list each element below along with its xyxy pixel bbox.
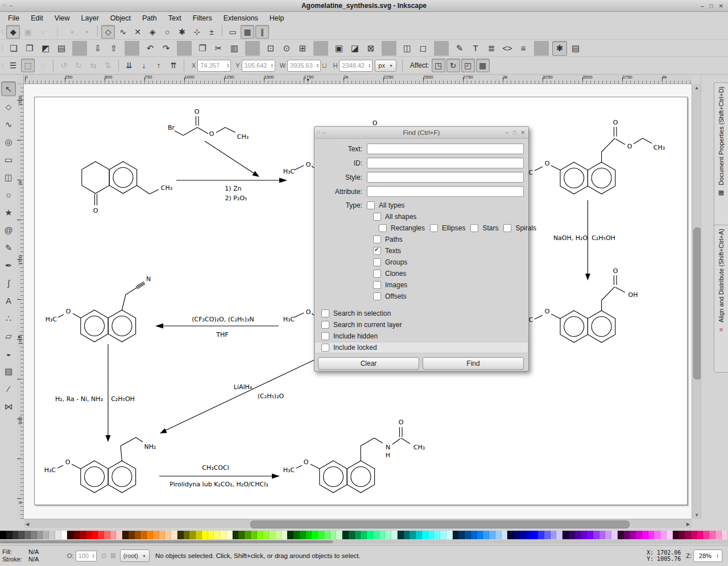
lower-to-bottom-button[interactable]: ⇊ — [122, 59, 136, 72]
horizontal-scrollbar[interactable]: ◀ ▶ — [24, 519, 692, 528]
palette-swatch[interactable] — [98, 531, 104, 539]
snap-bbox-corners-icon[interactable]: ┆ — [51, 25, 64, 39]
palette-swatch[interactable] — [233, 531, 239, 539]
snap-bbox-midpoints-icon[interactable]: ▪ — [65, 25, 79, 39]
option-texts[interactable]: Texts — [373, 245, 524, 257]
xml-editor-button[interactable]: <> — [500, 41, 515, 56]
checkbox[interactable] — [503, 224, 511, 232]
option-include-hidden[interactable]: Include hidden — [315, 330, 528, 342]
palette-swatch[interactable] — [477, 531, 483, 539]
palette-swatch[interactable] — [660, 531, 667, 539]
spin-arrows-icon[interactable]: ▲▼ — [91, 553, 96, 558]
checkbox[interactable] — [373, 247, 381, 255]
palette-swatch[interactable] — [544, 531, 551, 539]
palette-swatch[interactable] — [355, 531, 361, 539]
palette-swatch[interactable] — [556, 531, 562, 539]
palette-swatch[interactable] — [140, 531, 147, 539]
zoom-page-button[interactable]: ⊞ — [295, 41, 310, 56]
opacity-field[interactable]: 100▲▼ — [76, 551, 97, 561]
snap-bbox-edges-icon[interactable]: ▫ — [36, 25, 49, 39]
palette-swatch[interactable] — [489, 531, 495, 539]
preferences-button[interactable]: ✱ — [552, 41, 567, 56]
option-all-shapes[interactable]: All shapes — [318, 211, 524, 222]
palette-swatch[interactable] — [110, 531, 117, 539]
palette-swatch[interactable] — [440, 531, 446, 539]
option-paths[interactable]: Paths — [373, 234, 524, 245]
layers-dialog-button[interactable]: ≣ — [484, 41, 499, 56]
palette-swatch[interactable] — [312, 531, 318, 539]
snap-enable-icon[interactable]: ◆ — [6, 25, 20, 39]
find-input[interactable] — [367, 158, 524, 168]
palette-swatch[interactable] — [80, 531, 86, 539]
checkbox[interactable] — [430, 224, 438, 232]
menu-help[interactable]: Help — [264, 13, 290, 23]
clear-button[interactable]: Clear — [318, 357, 419, 370]
palette-swatch[interactable] — [6, 531, 13, 539]
new-document-button[interactable]: ❏ — [6, 41, 21, 56]
palette-swatch[interactable] — [116, 531, 122, 539]
palette-swatch[interactable] — [667, 531, 673, 539]
tool-tweak[interactable]: ∿ — [1, 117, 16, 131]
snap-intersections-icon[interactable]: ✕ — [131, 25, 144, 39]
tool-ellipse[interactable]: ○ — [1, 187, 16, 202]
snap-grid-icon[interactable]: ▦ — [241, 25, 254, 39]
spin-arrows-icon[interactable]: ▲▼ — [225, 63, 230, 68]
palette-swatch[interactable] — [73, 531, 80, 539]
palette-swatch[interactable] — [538, 531, 544, 539]
palette-swatch[interactable] — [605, 531, 611, 539]
option-images[interactable]: Images — [373, 279, 524, 291]
palette-swatch[interactable] — [330, 531, 337, 539]
palette-swatch[interactable] — [189, 531, 196, 539]
palette-swatch[interactable] — [514, 531, 520, 539]
option-search-in-current-layer[interactable]: Search in current layer — [315, 319, 528, 330]
palette-swatch[interactable] — [685, 531, 691, 539]
toolbar-grip[interactable]: ⁞ — [2, 45, 3, 52]
tab-document-properties[interactable]: Document Properties (Shift+Ctrl+D) ▦ — [714, 82, 728, 230]
horizontal-ruler[interactable]: 025050075010001250150017502k225025002750… — [24, 75, 692, 84]
palette-swatch[interactable] — [165, 531, 171, 539]
tool-connector[interactable]: ⋈ — [1, 399, 16, 414]
fill-stroke-indicator[interactable]: Fill:N/A Stroke:N/A — [2, 548, 51, 563]
undo-button[interactable]: ↶ — [143, 41, 158, 56]
palette-scroll-thumb[interactable] — [0, 540, 333, 543]
snap-smooth-nodes-icon[interactable]: ○ — [160, 25, 174, 39]
palette-swatch[interactable] — [324, 531, 330, 539]
palette-swatch[interactable] — [177, 531, 184, 539]
palette-swatch[interactable] — [709, 531, 715, 539]
palette-swatch[interactable] — [86, 531, 92, 539]
palette-swatch[interactable] — [202, 531, 208, 539]
tool-spray[interactable]: ∴ — [1, 311, 16, 325]
width-field[interactable]: 3935.63▲▼ — [287, 60, 321, 72]
rotate-ccw-button[interactable]: ↺ — [57, 59, 71, 72]
vertical-scrollbar[interactable]: ▲ ▼ — [692, 84, 701, 519]
palette-swatch[interactable] — [624, 531, 630, 539]
layer-visibility-icon[interactable]: ⊙ — [101, 552, 107, 560]
palette-swatch[interactable] — [171, 531, 177, 539]
redo-button[interactable]: ↷ — [159, 41, 173, 56]
flip-horizontal-button[interactable]: ⇆ — [86, 59, 100, 72]
rotate-cw-button[interactable]: ↻ — [72, 59, 85, 72]
tool-spiral[interactable]: @ — [1, 222, 16, 237]
palette-swatch[interactable] — [275, 531, 282, 539]
palette-swatch[interactable] — [483, 531, 489, 539]
palette-swatch[interactable] — [648, 531, 655, 539]
tool-rectangle[interactable]: ▭ — [1, 152, 16, 167]
snap-cusp-nodes-icon[interactable]: ◈ — [146, 25, 159, 39]
lock-ratio-icon[interactable]: ⊔ — [322, 61, 327, 69]
checkbox[interactable] — [321, 344, 329, 352]
palette-swatch[interactable] — [336, 531, 342, 539]
tool-calligraphy[interactable]: ∫ — [1, 275, 16, 290]
palette-swatch[interactable] — [446, 531, 453, 539]
import-button[interactable]: ⇩ — [90, 41, 105, 56]
snap-paths-icon[interactable]: ∿ — [116, 25, 130, 39]
option-ellipses[interactable]: Ellipses — [430, 222, 465, 234]
find-input[interactable] — [367, 143, 524, 154]
palette-swatch[interactable] — [599, 531, 606, 539]
option-groups[interactable]: Groups — [373, 257, 524, 268]
affect-transform-button[interactable]: ↻ — [446, 59, 460, 72]
palette-swatch[interactable] — [434, 531, 440, 539]
palette-swatch[interactable] — [691, 531, 697, 539]
select-all-layers-button[interactable]: ⬚ — [21, 59, 35, 72]
tool-zoom[interactable]: ◎ — [1, 134, 16, 149]
horizontal-scroll-thumb[interactable] — [250, 520, 630, 528]
